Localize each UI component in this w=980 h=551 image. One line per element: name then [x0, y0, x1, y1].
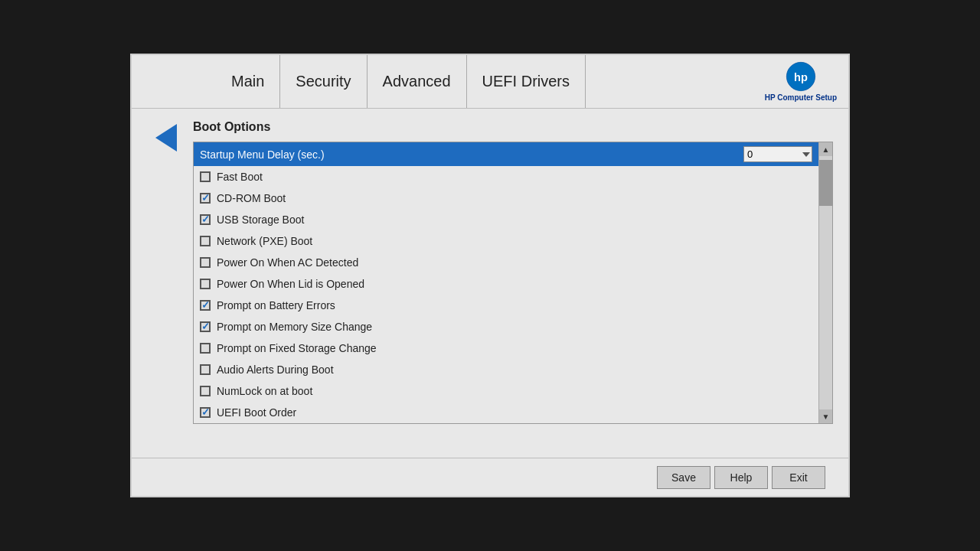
checkbox-uefi-boot-order[interactable]	[200, 407, 211, 418]
back-arrow-area	[132, 120, 193, 458]
option-row-uefi-boot-order[interactable]: UEFI Boot Order	[194, 402, 818, 423]
option-label-prompt-memory-size: Prompt on Memory Size Change	[217, 321, 812, 333]
option-label-numlock: NumLock on at boot	[217, 385, 812, 397]
options-list: Startup Menu Delay (sec.)0510152030Fast …	[194, 142, 818, 423]
main-content: Boot Options Startup Menu Delay (sec.)05…	[193, 120, 848, 458]
option-row-startup-menu-delay[interactable]: Startup Menu Delay (sec.)0510152030	[194, 142, 818, 166]
help-button[interactable]: Help	[714, 466, 768, 489]
dropdown-startup-menu-delay[interactable]: 0510152030	[743, 146, 812, 162]
checkbox-cell-numlock	[200, 386, 217, 396]
option-row-network-pxe-boot[interactable]: Network (PXE) Boot	[194, 230, 818, 252]
option-row-power-on-ac[interactable]: Power On When AC Detected	[194, 252, 818, 273]
hp-logo-icon: hp	[781, 61, 821, 92]
scroll-down-button[interactable]: ▼	[819, 409, 832, 423]
bios-screen: MainSecurityAdvancedUEFI Drivers hp HP C…	[130, 54, 850, 497]
back-button[interactable]	[155, 124, 177, 152]
tab-uefi-drivers[interactable]: UEFI Drivers	[467, 55, 586, 108]
checkbox-cell-prompt-battery-errors	[200, 300, 217, 311]
checkbox-prompt-fixed-storage[interactable]	[200, 343, 211, 354]
checkbox-prompt-memory-size[interactable]	[200, 321, 211, 332]
option-label-fast-boot: Fast Boot	[217, 171, 812, 183]
dropdown-wrapper-startup-menu-delay: 0510152030	[743, 146, 812, 162]
option-label-network-pxe-boot: Network (PXE) Boot	[217, 235, 812, 247]
scroll-track	[819, 156, 832, 423]
option-label-startup-menu-delay: Startup Menu Delay (sec.)	[200, 148, 743, 161]
checkbox-power-on-ac[interactable]	[200, 257, 211, 268]
svg-text:hp: hp	[794, 71, 808, 83]
exit-button[interactable]: Exit	[772, 466, 825, 489]
tab-main[interactable]: Main	[224, 55, 280, 108]
checkbox-power-on-lid[interactable]	[200, 279, 211, 289]
checkbox-fast-boot[interactable]	[200, 171, 211, 182]
scroll-up-button[interactable]: ▲	[819, 142, 832, 156]
checkbox-prompt-battery-errors[interactable]	[200, 300, 211, 311]
option-label-cd-rom-boot: CD-ROM Boot	[217, 192, 812, 204]
option-label-prompt-fixed-storage: Prompt on Fixed Storage Change	[217, 342, 812, 354]
section-title: Boot Options	[193, 120, 833, 134]
footer: Save Help Exit	[132, 458, 848, 496]
checkbox-numlock[interactable]	[200, 386, 211, 396]
tab-security[interactable]: Security	[280, 55, 367, 108]
hp-logo-area: hp HP Computer Setup	[753, 55, 848, 108]
option-row-usb-storage-boot[interactable]: USB Storage Boot	[194, 209, 818, 230]
option-label-uefi-boot-order: UEFI Boot Order	[217, 406, 812, 419]
checkbox-cell-prompt-memory-size	[200, 321, 217, 332]
checkbox-cell-audio-alerts	[200, 364, 217, 375]
option-label-power-on-ac: Power On When AC Detected	[217, 256, 812, 269]
tab-advanced[interactable]: Advanced	[368, 55, 467, 108]
option-label-usb-storage-boot: USB Storage Boot	[217, 214, 812, 226]
option-row-cd-rom-boot[interactable]: CD-ROM Boot	[194, 187, 818, 209]
checkbox-cell-usb-storage-boot	[200, 214, 217, 225]
checkbox-cell-fast-boot	[200, 171, 217, 182]
checkbox-cell-cd-rom-boot	[200, 193, 217, 204]
checkbox-cd-rom-boot[interactable]	[200, 193, 211, 204]
scroll-thumb[interactable]	[819, 160, 832, 206]
option-row-audio-alerts[interactable]: Audio Alerts During Boot	[194, 359, 818, 380]
option-row-prompt-battery-errors[interactable]: Prompt on Battery Errors	[194, 295, 818, 316]
checkbox-audio-alerts[interactable]	[200, 364, 211, 375]
checkbox-cell-power-on-lid	[200, 279, 217, 289]
options-container: Startup Menu Delay (sec.)0510152030Fast …	[193, 142, 833, 424]
option-label-audio-alerts: Audio Alerts During Boot	[217, 364, 812, 376]
header: MainSecurityAdvancedUEFI Drivers hp HP C…	[132, 55, 848, 109]
option-label-power-on-lid: Power On When Lid is Opened	[217, 278, 812, 290]
checkbox-cell-uefi-boot-order	[200, 407, 217, 418]
checkbox-cell-prompt-fixed-storage	[200, 343, 217, 354]
nav-tabs: MainSecurityAdvancedUEFI Drivers	[132, 55, 753, 108]
option-row-fast-boot[interactable]: Fast Boot	[194, 166, 818, 187]
content-area: Boot Options Startup Menu Delay (sec.)05…	[132, 109, 848, 458]
option-label-prompt-battery-errors: Prompt on Battery Errors	[217, 299, 812, 311]
checkbox-cell-network-pxe-boot	[200, 236, 217, 246]
option-row-prompt-fixed-storage[interactable]: Prompt on Fixed Storage Change	[194, 337, 818, 359]
option-row-power-on-lid[interactable]: Power On When Lid is Opened	[194, 273, 818, 295]
checkbox-network-pxe-boot[interactable]	[200, 236, 211, 246]
hp-subtitle: HP Computer Setup	[765, 93, 837, 102]
option-row-numlock[interactable]: NumLock on at boot	[194, 380, 818, 402]
checkbox-usb-storage-boot[interactable]	[200, 214, 211, 225]
option-row-prompt-memory-size[interactable]: Prompt on Memory Size Change	[194, 316, 818, 337]
save-button[interactable]: Save	[657, 466, 710, 489]
checkbox-cell-power-on-ac	[200, 257, 217, 268]
scrollbar[interactable]: ▲ ▼	[818, 142, 832, 423]
